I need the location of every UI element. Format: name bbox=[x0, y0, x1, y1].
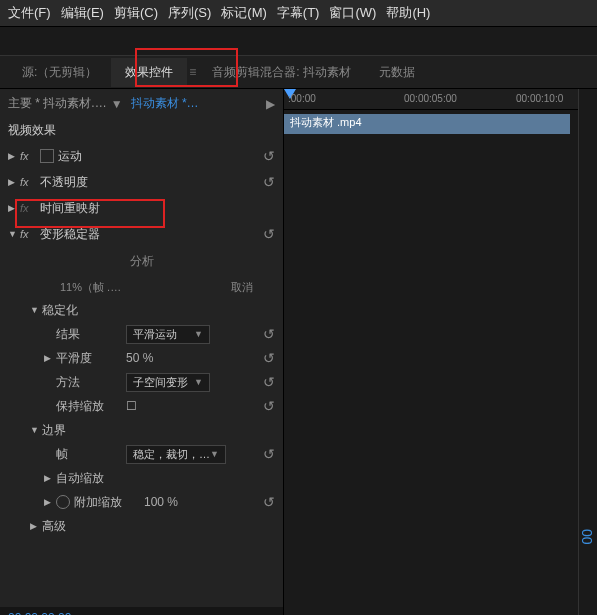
tick-2: 00:00:10:0 bbox=[516, 93, 563, 104]
menu-help[interactable]: 帮助(H) bbox=[386, 4, 430, 22]
side-label: 00 bbox=[579, 529, 595, 545]
analyze-button[interactable]: 分析 bbox=[120, 251, 164, 272]
expand-icon[interactable]: ▶ bbox=[44, 353, 56, 363]
fx-warp-stabilizer-row[interactable]: ▼ fx 变形稳定器 ↺ bbox=[0, 221, 283, 247]
fx-badge: fx bbox=[20, 150, 40, 162]
advanced-label: 高级 bbox=[42, 518, 112, 535]
preserve-scale-row: 保持缩放 ☐ ↺ bbox=[0, 394, 283, 418]
menu-bar: 文件(F) 编辑(E) 剪辑(C) 序列(S) 标记(M) 字幕(T) 窗口(W… bbox=[0, 0, 597, 27]
fx-motion-row[interactable]: ▶ fx 运动 ↺ bbox=[0, 143, 283, 169]
reset-icon[interactable]: ↺ bbox=[263, 398, 275, 414]
panel-tabs: 源:（无剪辑） 效果控件 ≡ 音频剪辑混合器: 抖动素材 元数据 bbox=[0, 56, 597, 89]
menu-clip[interactable]: 剪辑(C) bbox=[114, 4, 158, 22]
source-link[interactable]: 抖动素材 *… bbox=[131, 95, 199, 112]
reset-icon[interactable]: ↺ bbox=[263, 174, 275, 190]
reset-icon[interactable]: ↺ bbox=[263, 374, 275, 390]
dropdown-arrow-icon[interactable]: ▼ bbox=[111, 97, 123, 111]
result-dropdown[interactable]: 平滑运动▼ bbox=[126, 325, 263, 344]
fx-opacity-row[interactable]: ▶ fx 不透明度 ↺ bbox=[0, 169, 283, 195]
smoothness-label: 平滑度 bbox=[56, 350, 126, 367]
clip-bar[interactable]: 抖动素材 .mp4 bbox=[284, 114, 570, 134]
preserve-scale-label: 保持缩放 bbox=[56, 398, 126, 415]
timecode-display[interactable]: 00:00:00:00 bbox=[8, 611, 71, 615]
frame-dropdown[interactable]: 稳定，裁切，…▼ bbox=[126, 445, 263, 464]
collapse-icon[interactable]: ▼ bbox=[8, 229, 20, 239]
fx-time-remap-label: 时间重映射 bbox=[40, 200, 283, 217]
additional-scale-row: ▶ 附加缩放 100 % ↺ bbox=[0, 490, 283, 514]
reset-icon[interactable]: ↺ bbox=[263, 446, 275, 462]
expand-icon[interactable]: ▶ bbox=[44, 473, 56, 483]
reset-icon[interactable]: ↺ bbox=[263, 148, 275, 164]
expand-icon[interactable]: ▶ bbox=[30, 521, 42, 531]
progress-text: 11%（帧 .… bbox=[60, 280, 231, 295]
effect-controls-timeline: :00:00 00:00:05:00 00:00:10:0 抖动素材 .mp4 bbox=[284, 89, 578, 615]
source-header: 主要 * 抖动素材.… ▼ 抖动素材 *… ▶ bbox=[0, 89, 283, 118]
auto-scale-label: 自动缩放 bbox=[56, 470, 126, 487]
border-group[interactable]: ▼ 边界 bbox=[0, 418, 283, 442]
top-strip bbox=[0, 27, 597, 56]
tab-source[interactable]: 源:（无剪辑） bbox=[8, 58, 111, 87]
video-effects-header: 视频效果 bbox=[0, 118, 283, 143]
fx-warp-label: 变形稳定器 bbox=[40, 226, 263, 243]
fx-motion-label: 运动 bbox=[58, 148, 263, 165]
analyze-row: 分析 bbox=[0, 247, 283, 276]
smoothness-value[interactable]: 50 % bbox=[126, 351, 263, 365]
border-label: 边界 bbox=[42, 422, 112, 439]
reset-icon[interactable]: ↺ bbox=[263, 226, 275, 242]
timeline-ruler[interactable]: :00:00 00:00:05:00 00:00:10:0 bbox=[284, 89, 578, 110]
play-icon[interactable]: ▶ bbox=[266, 97, 275, 111]
fx-time-remap-row[interactable]: ▶ fx 时间重映射 bbox=[0, 195, 283, 221]
collapse-icon[interactable]: ▼ bbox=[30, 305, 42, 315]
tab-effect-controls[interactable]: 效果控件 bbox=[111, 58, 187, 87]
advanced-group[interactable]: ▶ 高级 bbox=[0, 514, 283, 538]
menu-subtitle[interactable]: 字幕(T) bbox=[277, 4, 320, 22]
timecode-bar: 00:00:00:00 bbox=[0, 607, 283, 615]
menu-sequence[interactable]: 序列(S) bbox=[168, 4, 211, 22]
panel-menu-icon[interactable]: ≡ bbox=[187, 65, 198, 79]
expand-icon[interactable]: ▶ bbox=[8, 203, 20, 213]
tab-audio-mixer[interactable]: 音频剪辑混合器: 抖动素材 bbox=[198, 58, 365, 87]
clip-area[interactable]: 抖动素材 .mp4 bbox=[284, 110, 578, 615]
preserve-scale-checkbox[interactable]: ☐ bbox=[126, 399, 263, 413]
fx-badge: fx bbox=[20, 228, 40, 240]
result-label: 结果 bbox=[56, 326, 126, 343]
menu-window[interactable]: 窗口(W) bbox=[329, 4, 376, 22]
tick-0: :00:00 bbox=[288, 93, 316, 104]
tick-1: 00:00:05:00 bbox=[404, 93, 457, 104]
method-dropdown[interactable]: 子空间变形▼ bbox=[126, 373, 263, 392]
stabilize-label: 稳定化 bbox=[42, 302, 112, 319]
collapse-icon[interactable]: ▼ bbox=[30, 425, 42, 435]
reset-icon[interactable]: ↺ bbox=[263, 494, 275, 510]
chevron-down-icon: ▼ bbox=[194, 329, 203, 339]
auto-scale-row[interactable]: ▶ 自动缩放 bbox=[0, 466, 283, 490]
transform-icon[interactable] bbox=[40, 149, 54, 163]
chevron-down-icon: ▼ bbox=[210, 449, 219, 459]
fx-badge: fx bbox=[20, 176, 40, 188]
menu-file[interactable]: 文件(F) bbox=[8, 4, 51, 22]
reset-icon[interactable]: ↺ bbox=[263, 350, 275, 366]
smoothness-row: ▶ 平滑度 50 % ↺ bbox=[0, 346, 283, 370]
tab-metadata[interactable]: 元数据 bbox=[365, 58, 429, 87]
stabilize-group[interactable]: ▼ 稳定化 bbox=[0, 298, 283, 322]
frame-row: 帧 稳定，裁切，…▼ ↺ bbox=[0, 442, 283, 466]
frame-label: 帧 bbox=[56, 446, 126, 463]
expand-icon[interactable]: ▶ bbox=[44, 497, 56, 507]
progress-row: 11%（帧 .… 取消 bbox=[0, 276, 283, 298]
method-label: 方法 bbox=[56, 374, 126, 391]
stopwatch-icon[interactable] bbox=[56, 495, 70, 509]
result-row: 结果 平滑运动▼ ↺ bbox=[0, 322, 283, 346]
menu-edit[interactable]: 编辑(E) bbox=[61, 4, 104, 22]
cancel-button[interactable]: 取消 bbox=[231, 280, 253, 295]
menu-marker[interactable]: 标记(M) bbox=[221, 4, 267, 22]
expand-icon[interactable]: ▶ bbox=[8, 177, 20, 187]
right-gutter: 00 bbox=[578, 89, 597, 615]
method-row: 方法 子空间变形▼ ↺ bbox=[0, 370, 283, 394]
additional-scale-label: 附加缩放 bbox=[74, 494, 144, 511]
reset-icon[interactable]: ↺ bbox=[263, 326, 275, 342]
fx-opacity-label: 不透明度 bbox=[40, 174, 263, 191]
source-prefix: 主要 * 抖动素材.… bbox=[8, 95, 107, 112]
fx-badge: fx bbox=[20, 202, 40, 214]
chevron-down-icon: ▼ bbox=[194, 377, 203, 387]
expand-icon[interactable]: ▶ bbox=[8, 151, 20, 161]
additional-scale-value[interactable]: 100 % bbox=[144, 495, 263, 509]
